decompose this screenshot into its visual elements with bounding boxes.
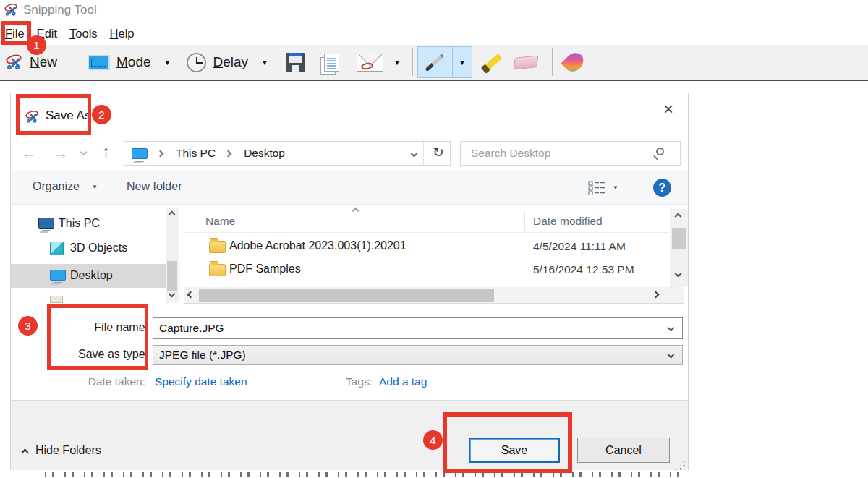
folder-icon xyxy=(209,241,226,253)
refresh-icon[interactable]: ↻ xyxy=(433,144,444,161)
3d-objects-icon xyxy=(50,242,64,255)
folder-icon xyxy=(209,264,226,276)
back-icon[interactable]: ← xyxy=(21,144,37,163)
add-a-tag-link[interactable]: Add a tag xyxy=(379,375,427,388)
dialog-title: Save As xyxy=(46,108,90,123)
menu-bar: File Edit Tools Help xyxy=(0,22,868,45)
search-input[interactable] xyxy=(461,142,680,165)
save-as-type-select[interactable]: JPEG file (*.JPG) xyxy=(153,345,683,365)
file-name-input[interactable] xyxy=(153,318,682,338)
cut-off-text-strip xyxy=(45,472,687,477)
forward-icon[interactable]: → xyxy=(53,144,69,163)
save-button[interactable]: Save xyxy=(469,438,560,463)
new-button[interactable]: New xyxy=(30,54,57,70)
delay-clock-icon[interactable] xyxy=(187,53,206,72)
save-snip-icon[interactable] xyxy=(286,53,305,72)
hide-folders-button[interactable]: Hide Folders xyxy=(35,444,101,457)
new-snip-icon[interactable] xyxy=(6,53,26,72)
search-icon xyxy=(656,148,664,155)
column-header-name[interactable]: Name xyxy=(205,215,235,228)
step3-badge: 3 xyxy=(18,316,38,336)
tree-item-this-pc[interactable]: This PC xyxy=(11,213,166,235)
screen: Snipping Tool File Edit Tools Help New M… xyxy=(0,0,868,478)
recent-locations-icon[interactable] xyxy=(80,149,88,156)
organize-dropdown-icon: ▼ xyxy=(92,184,98,190)
desktop-icon xyxy=(132,148,148,159)
email-dropdown-icon[interactable]: ▼ xyxy=(393,59,401,67)
scrollbar-thumb[interactable] xyxy=(167,261,177,291)
file-name-field[interactable] xyxy=(153,317,683,339)
tree-item-3d-objects[interactable]: 3D Objects xyxy=(11,238,166,260)
resize-grip[interactable] xyxy=(675,460,686,471)
pen-dropdown-icon[interactable]: ▼ xyxy=(459,59,466,67)
help-icon[interactable]: ? xyxy=(653,179,671,197)
tree-item-desktop[interactable]: Desktop xyxy=(11,264,166,288)
scrollbar-thumb[interactable] xyxy=(199,289,494,302)
toolbar-divider xyxy=(412,48,413,76)
views-dropdown-icon[interactable]: ▼ xyxy=(613,184,618,191)
breadcrumb-desktop[interactable]: Desktop xyxy=(244,147,285,160)
address-dropdown-icon[interactable] xyxy=(411,150,418,158)
address-bar[interactable]: This PC Desktop ↻ xyxy=(124,141,451,166)
step1-badge: 1 xyxy=(27,35,46,55)
dialog-logo-icon xyxy=(25,109,42,124)
divider xyxy=(423,142,424,165)
toolbar-divider xyxy=(552,48,553,76)
close-icon[interactable]: × xyxy=(656,99,681,121)
organize-button[interactable]: Organize xyxy=(33,180,80,193)
file-row[interactable]: PDF Samples 5/16/2024 12:53 PM xyxy=(184,260,683,282)
menu-file[interactable]: File xyxy=(5,27,25,40)
delay-dropdown-icon[interactable]: ▼ xyxy=(261,59,268,67)
save-as-dialog: Save As × ← → ↑ This PC Desktop ↻ Organi… xyxy=(10,93,689,470)
mode-icon[interactable] xyxy=(88,55,110,70)
file-row[interactable]: Adobe Acrobat 2023.003(1).20201 4/5/2024… xyxy=(184,237,683,259)
date-taken-label: Date taken: xyxy=(64,375,145,388)
pen-icon xyxy=(425,53,445,71)
hide-folders-chevron-icon xyxy=(22,449,29,456)
copy-icon[interactable] xyxy=(324,54,339,72)
save-as-type-label: Save as type: xyxy=(54,348,148,361)
mode-dropdown-icon[interactable]: ▼ xyxy=(164,59,171,67)
pen-button[interactable]: ▼ xyxy=(417,46,472,78)
specify-date-taken-link[interactable]: Specify date taken xyxy=(155,375,247,388)
column-header-date-modified[interactable]: Date modified xyxy=(533,215,603,228)
tags-label: Tags: xyxy=(346,375,373,388)
step4-badge: 4 xyxy=(423,430,443,450)
eraser-icon[interactable] xyxy=(513,55,538,69)
desktop-icon xyxy=(50,270,66,281)
send-email-icon[interactable] xyxy=(357,54,383,72)
breadcrumb-separator-icon xyxy=(225,150,232,157)
chevron-down-icon[interactable] xyxy=(668,351,675,359)
new-folder-button[interactable]: New folder xyxy=(127,180,182,193)
tree-item-partial xyxy=(50,296,63,303)
mode-button[interactable]: Mode xyxy=(116,54,151,70)
up-icon[interactable]: ↑ xyxy=(102,142,110,161)
snipping-toolbar: New Mode ▼ Delay ▼ ▼ ▼ xyxy=(0,45,868,81)
column-header-row: Name Date modified xyxy=(184,211,688,233)
file-name-label: File name: xyxy=(54,321,148,334)
breadcrumb-this-pc[interactable]: This PC xyxy=(176,147,216,160)
this-pc-icon xyxy=(38,218,54,229)
command-bar: Organize ▼ New folder ▼ ? xyxy=(11,171,688,205)
highlighter-icon[interactable] xyxy=(482,53,502,71)
menu-help[interactable]: Help xyxy=(110,27,135,40)
paint3d-icon[interactable] xyxy=(561,49,587,75)
cancel-button[interactable]: Cancel xyxy=(577,438,670,463)
scrollbar-thumb[interactable] xyxy=(672,228,686,249)
navigation-pane: This PC 3D Objects Desktop xyxy=(11,208,179,304)
column-divider xyxy=(524,211,525,231)
views-icon[interactable] xyxy=(588,181,605,195)
step2-badge: 2 xyxy=(92,105,111,124)
delay-button[interactable]: Delay xyxy=(213,54,248,70)
snipping-tool-logo-icon xyxy=(4,2,21,17)
window-title: Snipping Tool xyxy=(23,3,97,17)
menu-tools[interactable]: Tools xyxy=(69,27,98,40)
dialog-footer: Hide Folders Save Cancel xyxy=(11,400,688,470)
search-box[interactable] xyxy=(460,141,681,166)
breadcrumb-separator-icon xyxy=(157,150,164,157)
